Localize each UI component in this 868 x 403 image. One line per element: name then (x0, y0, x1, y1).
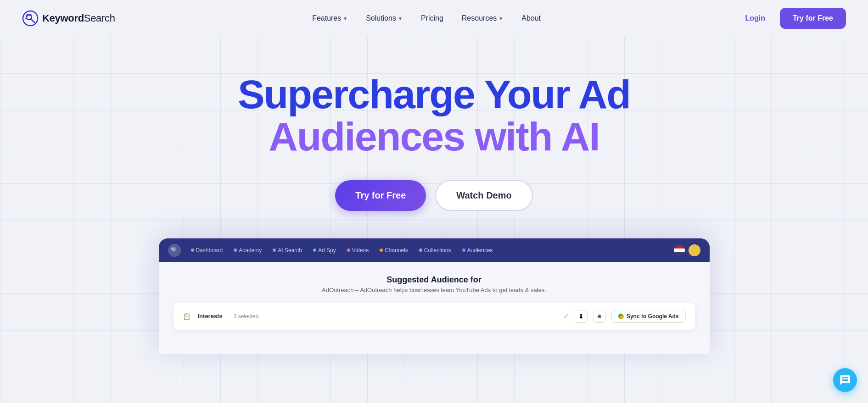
interests-label: Interests (198, 313, 223, 320)
ad-spy-dot (313, 248, 316, 252)
logo-icon (22, 10, 39, 27)
nav-item-pricing[interactable]: Pricing (414, 11, 451, 26)
app-nav-audiences: Audiences (458, 245, 498, 255)
login-button[interactable]: Login (738, 11, 773, 26)
action-icon-2[interactable]: ⊕ (593, 310, 606, 323)
check-icon: ✓ (563, 312, 569, 320)
app-nav-channels: Channels (375, 245, 413, 255)
hero-section: Supercharge Your Ad Audiences with AI Tr… (0, 37, 868, 381)
interests-icon: 📋 (183, 313, 190, 320)
channels-dot (380, 248, 383, 252)
nav-label-features: Features (312, 14, 341, 22)
chevron-icon-features: ▼ (343, 16, 347, 21)
chevron-icon-resources: ▼ (498, 16, 503, 21)
hero-title-line2: Audiences with AI (269, 114, 599, 159)
academy-dot (234, 248, 237, 252)
chevron-icon-solutions: ▼ (398, 16, 403, 21)
app-navbar: 🔍 Dashboard Academy AI Search Ad Spy Vid… (159, 238, 710, 262)
nav-actions: Login Try for Free (738, 8, 846, 29)
nav-label-pricing: Pricing (421, 14, 443, 22)
interests-selected: 3 selected (234, 313, 259, 320)
chat-support-button[interactable] (833, 368, 857, 392)
svg-line-2 (31, 19, 35, 23)
sync-google-ads-button[interactable]: Sync to Google Ads (611, 310, 686, 323)
google-ads-icon (618, 314, 624, 319)
dashboard-dot (191, 248, 194, 252)
hero-title: Supercharge Your Ad Audiences with AI (22, 73, 846, 158)
watch-demo-button[interactable]: Watch Demo (435, 180, 532, 211)
nav-label-about: About (521, 14, 541, 22)
app-content: Suggested Audience for AdOutreach – AdOu… (159, 262, 710, 354)
chat-icon (839, 374, 851, 386)
nav-item-solutions[interactable]: Solutions ▼ (358, 11, 410, 26)
user-avatar (689, 244, 700, 256)
app-nav-right (674, 244, 700, 256)
svg-point-0 (23, 11, 38, 26)
nav-label-solutions: Solutions (366, 14, 396, 22)
app-nav-ad-spy: Ad Spy (308, 245, 341, 255)
app-nav-collections: Collections (414, 245, 456, 255)
audiences-dot (462, 248, 465, 252)
app-search-icon: 🔍 (168, 244, 181, 257)
logo-text: KeywordSearch (42, 12, 115, 24)
nav-item-about[interactable]: About (514, 11, 548, 26)
nav-item-features[interactable]: Features ▼ (305, 11, 355, 26)
action-icon-1[interactable]: ⬇ (575, 310, 588, 323)
ai-search-dot (273, 248, 276, 252)
hero-title-line1: Supercharge Your Ad (238, 72, 630, 117)
collections-dot (419, 248, 422, 252)
interests-card: 📋 Interests 3 selected ✓ ⬇ ⊕ Sync to Goo… (174, 303, 695, 330)
nav-item-resources[interactable]: Resources ▼ (454, 11, 510, 26)
card-actions: ✓ ⬇ ⊕ Sync to Google Ads (563, 310, 686, 323)
nav-links: Features ▼ Solutions ▼ Pricing Resources… (305, 11, 548, 26)
app-content-subtitle: AdOutreach – AdOutreach helps businesses… (174, 287, 695, 293)
sync-label: Sync to Google Ads (627, 313, 679, 320)
nav-label-resources: Resources (462, 14, 497, 22)
app-nav-ai-search: AI Search (268, 245, 307, 255)
user-avatar-flag (674, 245, 685, 256)
app-nav-academy: Academy (229, 245, 266, 255)
videos-dot (347, 248, 350, 252)
app-nav-dashboard: Dashboard (186, 245, 228, 255)
product-preview: 🔍 Dashboard Academy AI Search Ad Spy Vid… (159, 238, 710, 354)
hero-buttons: Try for Free Watch Demo (22, 180, 846, 211)
try-free-nav-button[interactable]: Try for Free (780, 8, 846, 29)
app-content-title: Suggested Audience for (174, 275, 695, 285)
logo-link[interactable]: KeywordSearch (22, 10, 115, 27)
navbar: KeywordSearch Features ▼ Solutions ▼ Pri… (0, 0, 868, 37)
app-nav-videos: Videos (342, 245, 373, 255)
try-free-hero-button[interactable]: Try for Free (335, 180, 426, 211)
